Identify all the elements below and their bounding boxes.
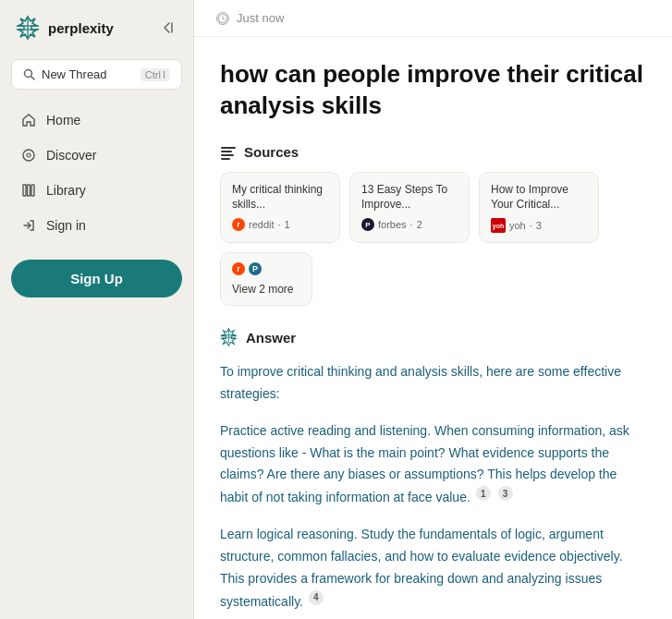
- citation-1: 1: [476, 486, 491, 501]
- svg-rect-12: [221, 147, 236, 149]
- library-icon: [20, 182, 37, 199]
- view-more-extra-icon: P: [249, 262, 262, 275]
- svg-rect-13: [221, 151, 232, 152]
- timestamp: Just now: [237, 11, 284, 25]
- sidebar-home-label: Home: [46, 113, 80, 127]
- clock-icon: [216, 12, 229, 25]
- kbd-i: I: [163, 69, 165, 80]
- sidebar-item-library[interactable]: Library: [11, 175, 182, 206]
- sources-label: Sources: [244, 144, 299, 160]
- sidebar-header: perplexity: [11, 15, 182, 41]
- collapse-icon: [160, 20, 175, 35]
- svg-point-6: [27, 153, 31, 157]
- sidebar-item-home[interactable]: Home: [11, 104, 182, 136]
- sources-section: Sources My critical thinking skills... r…: [220, 144, 646, 307]
- page-title: how can people improve their critical an…: [220, 59, 646, 122]
- source-meta-forbes: P forbes · 2: [361, 218, 458, 231]
- yoh-dot: ·: [530, 220, 532, 231]
- forbes-site: forbes: [378, 219, 407, 230]
- citation-4: 4: [309, 590, 324, 605]
- svg-point-5: [23, 150, 34, 161]
- sources-grid: My critical thinking skills... r reddit …: [220, 172, 646, 307]
- svg-rect-8: [28, 185, 31, 196]
- reddit-number: 1: [285, 219, 290, 230]
- reddit-dot: ·: [278, 219, 281, 230]
- forbes-dot: ·: [410, 219, 413, 230]
- yoh-favicon: yoh: [491, 218, 506, 233]
- view-more-card[interactable]: r P View 2 more: [220, 252, 312, 306]
- main-content-area: Just now how can people improve their cr…: [194, 0, 672, 619]
- search-icon: [23, 68, 36, 81]
- signin-icon: [20, 217, 37, 234]
- source-meta-yoh: yoh yoh · 3: [491, 218, 587, 233]
- sidebar-signin-label: Sign in: [46, 218, 86, 233]
- view-more-label: View 2 more: [232, 283, 293, 296]
- logo: perplexity: [15, 15, 114, 41]
- answer-icon: [220, 328, 238, 346]
- sidebar-discover-label: Discover: [46, 148, 96, 163]
- source-title-reddit: My critical thinking skills...: [232, 182, 328, 213]
- answer-header: Answer: [220, 328, 646, 346]
- sidebar-item-discover[interactable]: Discover: [11, 140, 182, 171]
- source-card-forbes[interactable]: 13 Easy Steps To Improve... P forbes · 2: [349, 172, 470, 244]
- reddit-site: reddit: [249, 219, 275, 230]
- signup-button[interactable]: Sign Up: [11, 260, 182, 297]
- answer-paragraph-1: Practice active reading and listening. W…: [220, 420, 646, 509]
- sidebar: perplexity New Thread Ctrl I: [0, 0, 194, 619]
- logo-text: perplexity: [48, 20, 114, 36]
- sidebar-library-label: Library: [46, 183, 86, 198]
- sources-icon: [220, 144, 237, 161]
- citation-3: 3: [498, 486, 513, 501]
- clock-svg: [217, 12, 228, 25]
- yoh-site: yoh: [509, 220, 526, 231]
- answer-section: Answer To improve critical thinking and …: [220, 328, 646, 613]
- sources-header: Sources: [220, 144, 646, 161]
- source-title-yoh: How to Improve Your Critical...: [491, 182, 587, 213]
- forbes-number: 2: [417, 219, 422, 230]
- forbes-favicon: P: [361, 218, 374, 231]
- source-title-forbes: 13 Easy Steps To Improve...: [361, 182, 458, 213]
- svg-rect-14: [221, 154, 234, 156]
- answer-paragraph-intro: To improve critical thinking and analysi…: [220, 361, 646, 406]
- new-thread-button[interactable]: New Thread Ctrl I: [11, 59, 182, 90]
- answer-label: Answer: [246, 330, 296, 346]
- reddit-favicon: r: [232, 218, 245, 231]
- source-card-yoh[interactable]: How to Improve Your Critical... yoh yoh …: [479, 172, 599, 244]
- home-icon: [20, 112, 37, 128]
- answer-body: To improve critical thinking and analysi…: [220, 361, 646, 613]
- svg-rect-7: [23, 185, 26, 196]
- main-header: Just now: [194, 0, 672, 37]
- perplexity-logo-icon: [15, 15, 41, 41]
- collapse-sidebar-button[interactable]: [156, 17, 178, 39]
- svg-rect-9: [31, 185, 34, 196]
- kbd-ctrl: Ctrl: [145, 69, 161, 80]
- discover-icon: [20, 147, 37, 164]
- source-card-reddit[interactable]: My critical thinking skills... r reddit …: [220, 172, 340, 244]
- view-more-reddit-icon: r: [232, 262, 245, 275]
- yoh-number: 3: [536, 220, 542, 231]
- view-more-icons: r P: [232, 262, 262, 275]
- svg-rect-15: [221, 158, 230, 160]
- main-scroll-content: how can people improve their critical an…: [194, 37, 672, 619]
- sidebar-item-signin[interactable]: Sign in: [11, 210, 182, 241]
- answer-paragraph-2: Learn logical reasoning. Study the funda…: [220, 524, 646, 613]
- source-meta-reddit: r reddit · 1: [232, 218, 328, 231]
- new-thread-label: New Thread: [42, 67, 107, 81]
